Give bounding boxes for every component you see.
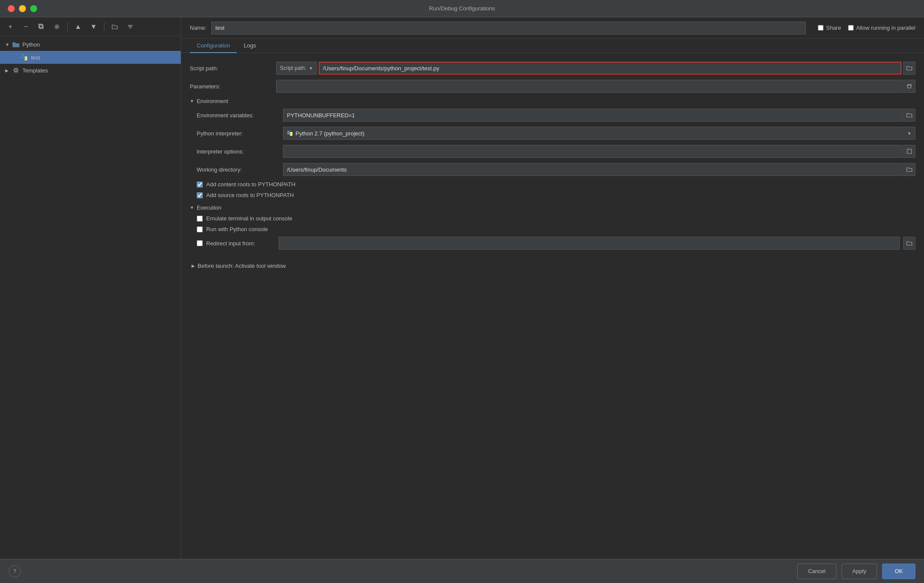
divider-2 [104,22,104,31]
divider-1 [67,22,68,31]
share-checkbox[interactable] [818,25,823,31]
svg-point-2 [56,25,58,28]
sidebar-toolbar: + − ▲ ▼ [0,17,181,36]
maximize-button[interactable] [30,5,37,12]
run-python-console-label[interactable]: Run with Python console [206,226,268,232]
env-vars-label: Environment variables: [197,112,283,119]
content-panel: Name: Share Allow running in parallel Co… [181,17,924,559]
expand-arrow-templates: ▶ [5,68,12,73]
svg-point-7 [15,69,17,72]
interpreter-value: Python 2.7 (python_project) [295,130,365,137]
working-dir-folder-button[interactable] [903,163,915,176]
working-dir-input[interactable] [283,163,902,176]
before-launch-section[interactable]: ▶ Before launch: Activate tool window [190,263,915,269]
add-source-roots-label[interactable]: Add source roots to PYTHONPATH [206,192,294,198]
redirect-input-label[interactable]: Redirect input from: [206,240,275,247]
svg-rect-10 [289,132,290,133]
move-up-button[interactable]: ▲ [72,21,84,33]
interpreter-options-row: Interpreter options: [190,145,915,158]
interpreter-options-input[interactable] [283,145,902,158]
close-button[interactable] [8,5,15,12]
redirect-input-checkbox[interactable] [197,240,203,246]
add-content-roots-checkbox[interactable] [197,182,203,188]
svg-rect-6 [25,58,26,59]
window-title: Run/Debug Configurations [429,5,495,12]
tree-item-templates[interactable]: ▶ Templates [0,64,181,77]
bottom-actions: Cancel Apply OK [797,564,915,579]
copy-config-button[interactable] [35,21,47,33]
python-folder-icon [12,41,20,48]
cancel-button[interactable]: Cancel [797,564,836,579]
parameters-expand-button[interactable] [903,80,915,93]
wrench-button[interactable] [51,21,63,33]
redirect-folder-button[interactable] [903,237,915,250]
share-area: Share Allow running in parallel [818,25,915,31]
title-bar: Run/Debug Configurations [0,0,924,17]
redirect-input-row: Redirect input from: [190,237,915,250]
tree-label-test: test [31,54,40,61]
add-config-button[interactable]: + [4,21,16,33]
add-source-roots-checkbox[interactable] [197,192,203,198]
allow-parallel-label: Allow running in parallel [856,25,915,31]
share-checkbox-label[interactable]: Share [818,25,841,31]
expand-arrow-python: ▼ [5,42,12,47]
parameters-label: Parameters: [190,83,276,90]
parameters-input[interactable] [276,80,902,93]
interpreter-dropdown[interactable]: Python 2.7 (python_project) ▼ [283,127,915,140]
interpreter-dropdown-arrow: ▼ [907,131,911,136]
help-button[interactable]: ? [9,565,21,577]
execution-section-header[interactable]: ▼ Execution [190,204,915,211]
allow-parallel-checkbox-label[interactable]: Allow running in parallel [848,25,915,31]
folder-button[interactable] [109,21,121,33]
script-path-type-dropdown[interactable]: Script path: ▼ [276,62,317,75]
name-input[interactable] [211,22,806,34]
tree-label-python: Python [22,41,40,48]
add-source-roots-row: Add source roots to PYTHONPATH [190,192,915,198]
svg-rect-1 [39,24,42,28]
tab-logs[interactable]: Logs [237,39,263,53]
tree-label-templates: Templates [22,67,48,74]
env-vars-row: Environment variables: [190,109,915,122]
bottom-bar: ? Cancel Apply OK [0,559,924,583]
script-path-input[interactable] [319,62,902,75]
sidebar: + − ▲ ▼ [0,17,181,559]
apply-button[interactable]: Apply [842,564,877,579]
interpreter-options-label: Interpreter options: [197,148,283,155]
tree-item-test[interactable]: ▶ test [0,51,181,64]
parameters-row: Parameters: [190,80,915,93]
python-test-icon [21,53,28,61]
svg-rect-0 [40,25,43,28]
tree-item-python[interactable]: ▼ Python [0,38,181,51]
ok-button[interactable]: OK [882,564,915,579]
emulate-terminal-checkbox[interactable] [197,216,203,222]
execution-section-title: Execution [197,204,221,211]
window-controls[interactable] [8,5,37,12]
add-content-roots-row: Add content roots to PYTHONPATH [190,181,915,188]
interpreter-options-expand-button[interactable] [903,145,915,158]
environment-section-header[interactable]: ▼ Environment [190,98,915,104]
working-dir-label: Working directory: [197,166,283,173]
working-dir-row: Working directory: [190,163,915,176]
minimize-button[interactable] [19,5,26,12]
script-path-folder-button[interactable] [903,62,915,75]
tab-configuration[interactable]: Configuration [190,39,237,53]
env-vars-folder-button[interactable] [903,109,915,122]
execution-expand-arrow: ▼ [190,205,194,210]
add-content-roots-label[interactable]: Add content roots to PYTHONPATH [206,181,295,188]
remove-config-button[interactable]: − [20,21,32,33]
run-python-console-row: Run with Python console [190,226,915,232]
run-python-console-checkbox[interactable] [197,226,203,232]
move-down-button[interactable]: ▼ [88,21,100,33]
redirect-input-field[interactable] [279,237,900,250]
env-vars-input[interactable] [283,109,902,122]
emulate-terminal-label[interactable]: Emulate terminal in output console [206,215,292,222]
environment-expand-arrow: ▼ [190,99,194,103]
allow-parallel-checkbox[interactable] [848,25,854,31]
config-content: Script path: Script path: ▼ Para [181,53,924,559]
name-bar: Name: Share Allow running in parallel [181,17,924,39]
interpreter-label: Python interpreter: [197,130,283,137]
share-label: Share [826,25,841,31]
script-path-wrapper: Script path: ▼ [276,62,915,75]
sort-button[interactable] [124,21,136,33]
wrench-icon [12,66,20,74]
